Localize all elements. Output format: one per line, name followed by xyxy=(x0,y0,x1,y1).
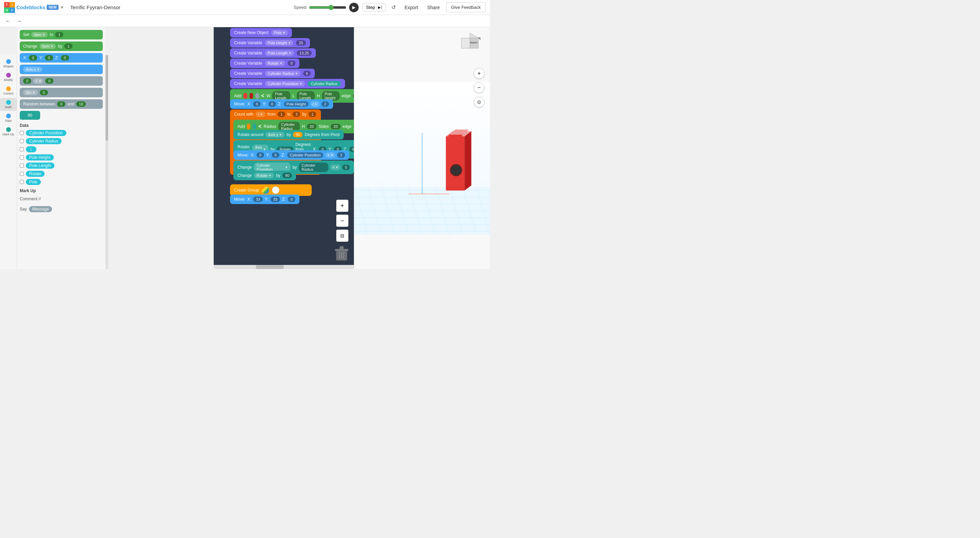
math-op-dropdown[interactable]: + xyxy=(33,78,43,84)
sidebar-item-data[interactable]: Data xyxy=(0,111,17,124)
var-pill-rotate[interactable]: Rotate xyxy=(26,171,45,177)
change-value[interactable]: 1 xyxy=(64,43,73,49)
canvas-scrollbar[interactable] xyxy=(214,265,354,269)
canvas-zoom-out[interactable]: − xyxy=(336,214,348,227)
random-min[interactable]: 0 xyxy=(57,102,65,107)
sidebar-item-control[interactable]: Control xyxy=(0,84,17,97)
cv-r-val[interactable]: 0 xyxy=(288,60,295,66)
move2-x-val[interactable]: 0 xyxy=(256,152,264,158)
app-dropdown-icon[interactable]: ▼ xyxy=(60,5,64,10)
undo-button[interactable]: ← xyxy=(4,17,12,25)
var-pill-cyl-radius[interactable]: Cylinder Radius xyxy=(26,138,62,144)
math-block[interactable]: 0 + 0 xyxy=(20,76,103,86)
create-var-pole-height[interactable]: Create Variable Pole Height 25 xyxy=(230,38,310,48)
left-panel-scrollbar[interactable] xyxy=(105,54,108,269)
move1-div-val[interactable]: 2 xyxy=(321,102,329,107)
speed-slider[interactable] xyxy=(309,5,347,10)
change-item-dropdown[interactable]: Item xyxy=(40,43,56,49)
var-check-cyl-radius[interactable] xyxy=(20,139,24,143)
say-block[interactable]: Say Message xyxy=(20,205,103,214)
comment-block[interactable]: Comment // xyxy=(20,195,103,203)
change-r-val[interactable]: 90 xyxy=(282,173,292,178)
redo-button[interactable]: → xyxy=(15,17,23,25)
move1-x-val[interactable]: 0 xyxy=(253,102,261,107)
rotate-z-z[interactable]: 0 xyxy=(350,147,354,152)
create-var-cyl-pos[interactable]: Create Variable Cylinder Posisition Cyli… xyxy=(230,79,345,89)
create-group-block[interactable]: Create Group xyxy=(230,184,312,196)
project-name[interactable]: Terrific Fyyran-Densor xyxy=(70,5,121,10)
cyl-h-val[interactable]: 20 xyxy=(307,124,317,129)
sidebar-item-modify[interactable]: Modify xyxy=(0,71,17,84)
var-check-pole[interactable] xyxy=(20,180,24,184)
create-var-rotate[interactable]: Create Variable Rotate 0 xyxy=(230,59,299,68)
move-block-3[interactable]: Move: X: 33 Y: 33 Z: 0 xyxy=(230,195,299,204)
move2-val[interactable]: 3 xyxy=(337,152,345,158)
vp-zoom-out[interactable]: − xyxy=(474,82,485,93)
create-var-cyl-radius[interactable]: Create Variable Cylinder Radius 5 xyxy=(230,69,315,78)
step-button[interactable]: Step ▶| xyxy=(362,3,385,11)
rotate-y-axis[interactable]: Axis y xyxy=(266,132,285,137)
math-left[interactable]: 0 xyxy=(23,78,31,84)
var-check-cyl-pos[interactable] xyxy=(20,131,24,135)
change-cp-op[interactable]: + xyxy=(331,165,340,170)
var-pill-pole-height[interactable]: Pole Height xyxy=(26,154,54,160)
sidebar-item-markup[interactable]: Mark Up xyxy=(0,125,17,138)
trash-icon[interactable] xyxy=(335,246,348,263)
change-rotate-block[interactable]: Change Rotate by 90 xyxy=(234,171,296,180)
change-r-var[interactable]: Rotate xyxy=(254,173,274,178)
count-from-val[interactable]: 1 xyxy=(278,111,285,117)
count-i-var[interactable]: i xyxy=(256,111,266,117)
create-obj-var[interactable]: Pole xyxy=(271,30,288,35)
var-pill-pole[interactable]: Pole xyxy=(26,179,41,185)
set-value[interactable]: 1 xyxy=(55,32,63,37)
move2-y-val[interactable]: 0 xyxy=(272,152,279,158)
math-right[interactable]: 0 xyxy=(45,78,53,84)
count-to-val[interactable]: 3 xyxy=(293,111,300,117)
sin-block[interactable]: Sin 0 xyxy=(20,88,103,97)
z-val[interactable]: 0 xyxy=(61,55,69,60)
count-by-val[interactable]: 1 xyxy=(309,111,316,117)
cv-r-var[interactable]: Rotate xyxy=(265,60,285,66)
random-block[interactable]: Random between 0 and 10 xyxy=(20,99,103,109)
change-block[interactable]: Change Item by 1 xyxy=(20,41,103,51)
var-check-i[interactable] xyxy=(20,147,24,151)
cv-cr-val[interactable]: 5 xyxy=(303,71,311,76)
move3-x-val[interactable]: 33 xyxy=(253,197,263,202)
reset-button[interactable]: ↺ xyxy=(389,3,398,12)
feedback-button[interactable]: Give Feedback xyxy=(446,2,486,12)
cv-ph-var[interactable]: Pole Height xyxy=(265,40,294,46)
export-button[interactable]: Export xyxy=(402,3,421,11)
canvas-zoom-fit[interactable]: ⊟ xyxy=(336,230,348,242)
vp-zoom-in[interactable]: + xyxy=(474,68,485,79)
var-pill-pole-length[interactable]: Pole Length xyxy=(26,163,54,169)
random-max[interactable]: 10 xyxy=(76,102,86,107)
y-val[interactable]: 0 xyxy=(45,55,53,60)
move-block-1[interactable]: Move: X: 0 Y: 0 Z: Pole Height / 2 xyxy=(230,99,333,109)
create-var-pole-length[interactable]: Create Variable Pole Length 13.25 xyxy=(230,48,316,58)
var-pill-cyl-pos[interactable]: Cylinder Posisition xyxy=(26,130,66,136)
move-block-2[interactable]: Move: X: 0 Y: 0 Z: Cylinder Posisition +… xyxy=(234,150,349,160)
cv-cp-var[interactable]: Cylinder Posisition xyxy=(265,81,305,86)
axis-block[interactable]: Axis x xyxy=(20,65,103,74)
rotate-y-deg[interactable]: 90 xyxy=(293,132,302,137)
canvas-zoom-in[interactable]: + xyxy=(336,200,348,212)
var-check-rotate[interactable] xyxy=(20,172,24,176)
move2-op[interactable]: + xyxy=(325,152,335,158)
cv-cr-var[interactable]: Cylinder Radius xyxy=(265,71,301,76)
view-cube[interactable]: RIGHT xyxy=(458,31,482,56)
share-button[interactable]: Share xyxy=(424,3,442,11)
move3-z-val[interactable]: 0 xyxy=(288,197,295,202)
var-check-pole-length[interactable] xyxy=(20,163,24,168)
rotate-y-block[interactable]: Rotate around Axis y by 90 Degrees from … xyxy=(234,130,344,140)
set-block[interactable]: Set Item to 1 xyxy=(20,30,103,40)
move1-div-op[interactable]: / xyxy=(311,102,320,107)
move1-y-val[interactable]: 0 xyxy=(269,102,276,107)
sin-value[interactable]: 0 xyxy=(40,90,48,95)
axis-dropdown[interactable]: Axis x xyxy=(23,67,42,72)
cv-pl-var[interactable]: Pole Length xyxy=(265,50,294,56)
cyl-sides-val[interactable]: 20 xyxy=(331,124,340,129)
play-button[interactable]: ▶ xyxy=(349,3,359,12)
create-object-block[interactable]: Create New Object Pole xyxy=(230,28,292,37)
cv-ph-val[interactable]: 25 xyxy=(296,40,305,46)
sidebar-item-shapes[interactable]: Shapes xyxy=(0,57,17,70)
